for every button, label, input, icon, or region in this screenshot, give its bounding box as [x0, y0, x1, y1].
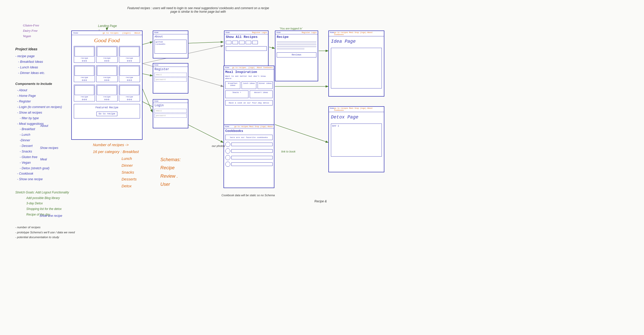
dot	[86, 99, 87, 100]
svg-line-1	[143, 42, 152, 44]
card-label: recipe	[120, 95, 139, 98]
book-circle	[225, 142, 230, 147]
password-field[interactable]: password	[155, 78, 187, 82]
book-bar[interactable]	[231, 143, 273, 146]
dot	[108, 60, 109, 62]
go-to-recipe-button[interactable]: Go to recipe	[96, 112, 118, 116]
filter-box[interactable]	[239, 41, 245, 44]
recipe-grid-row2: recipe recipe recipe	[72, 64, 142, 83]
email-field[interactable]: email	[155, 73, 187, 77]
img-placeholder	[97, 66, 117, 76]
dot	[82, 80, 83, 81]
home-link: Home	[225, 67, 229, 69]
email-field[interactable]: email	[155, 109, 187, 113]
recipe-detail-wireframe: Home Register Login Recipe Reviews	[275, 31, 318, 81]
img-placeholder	[75, 47, 94, 56]
detox-title: Detox Page	[329, 112, 384, 122]
detox-box[interactable]: Have a look at our four-day detox	[225, 100, 273, 105]
book-circle	[225, 155, 230, 160]
img-placeholder	[97, 47, 117, 56]
dot	[106, 99, 107, 100]
cookbook-data-note: Cookbook data will be static so no Schem…	[221, 194, 275, 197]
filter-box[interactable]	[252, 41, 258, 44]
our-photos-label: our photos	[212, 144, 225, 147]
about-navbar: Home	[153, 31, 188, 34]
recipe-content	[275, 40, 318, 51]
home-nav-links: go to recipes (login) About	[103, 32, 141, 34]
idea-navbar: Home go to recipes Meal Insp (logo) Abou…	[329, 31, 384, 36]
home-dot: Home	[73, 32, 78, 34]
book-circle	[225, 162, 230, 167]
filter-box[interactable]	[246, 41, 251, 44]
dot	[127, 99, 128, 100]
home-link: Home	[225, 126, 229, 128]
img-placeholder	[120, 47, 139, 56]
card-label: recipe	[75, 95, 94, 98]
meal-item-dessert[interactable]: dessert ideas	[250, 90, 273, 98]
img-placeholder	[120, 66, 139, 76]
home-navbar: Home go to recipes (login) About	[72, 31, 142, 35]
small-notes: - number of recipes - prototype Schema's…	[15, 225, 81, 240]
number-of-recipes: Number of recipes -> 16 per category : B…	[93, 141, 139, 189]
about-title: About	[153, 34, 188, 39]
home-link: Home	[330, 107, 334, 111]
dot	[84, 80, 85, 81]
content-line	[277, 43, 316, 45]
card-label: recipe	[75, 56, 94, 60]
featured-label: Featured Recipe	[76, 106, 138, 109]
detox-page-wireframe: Home go to recipes Meal Insp (logo) Abou…	[328, 106, 384, 172]
meal-grid: breakfast ideas lunch ideas dinner ideas	[224, 81, 274, 90]
reviews-button[interactable]: Reviews	[277, 52, 316, 57]
card-label: recipe	[97, 95, 117, 98]
register-login-links: Register Login	[252, 32, 267, 34]
book-bar[interactable]	[231, 162, 273, 166]
content-line	[277, 41, 316, 43]
logged-in-label: 'You are logged in'	[279, 27, 302, 30]
img-placeholder	[97, 85, 117, 95]
dots	[120, 60, 139, 62]
recipe-card: recipe	[96, 46, 117, 63]
password-field[interactable]: password	[155, 114, 187, 118]
detox-navbar: Home go to recipes Meal Insp (logo) Abou…	[329, 107, 384, 112]
meal-inspiration-wireframe: Home go to recipes (logo) About Cookbook…	[223, 66, 274, 134]
register-login-links: Register Login	[302, 32, 317, 34]
register-wireframe: Home Register email password	[153, 63, 188, 94]
book-row	[224, 161, 274, 168]
idea-page-wireframe: Home go to recipes Meal Insp (logo) Abou…	[328, 31, 384, 97]
svg-line-8	[275, 125, 328, 142]
svg-line-4	[188, 42, 223, 43]
filter-box[interactable]	[226, 41, 231, 44]
login-navbar: Home	[153, 100, 188, 103]
meal-item-snacks[interactable]: Snacks +	[225, 90, 248, 98]
recipe-title: Recipe	[275, 34, 318, 40]
dot	[104, 99, 106, 100]
annotation-line2: page is similar to the home page but wit…	[127, 10, 269, 13]
dot	[84, 99, 85, 100]
about-wireframe: Home About githubLinkedIn	[153, 31, 188, 58]
about-content: githubLinkedIn	[155, 40, 187, 54]
meal-item-lunch[interactable]: lunch ideas	[242, 81, 257, 89]
meal-label: Meal	[40, 158, 47, 161]
meal-title: Meal Inspiration	[224, 69, 274, 75]
recipe-card: recipe	[96, 85, 117, 101]
idea-content-area	[331, 48, 382, 88]
meal-row2: Snacks + dessert ideas	[224, 90, 274, 99]
filter-box[interactable]	[232, 41, 238, 44]
meal-item-dinner[interactable]: dinner ideas	[258, 81, 273, 89]
dot	[131, 99, 132, 100]
recipe-grid-row1: recipe recipe recipe	[72, 45, 142, 64]
recipe-card: recipe	[119, 85, 140, 101]
cookbooks-navbar: Home go to recipes Meal Insp (logo) Abou…	[224, 125, 274, 128]
dot	[108, 80, 109, 81]
site-title: Good Food	[72, 35, 142, 45]
book-bar[interactable]	[231, 156, 273, 159]
meal-item-breakfast[interactable]: breakfast ideas	[225, 81, 240, 89]
recipe-bottom-note: Recipe &	[314, 200, 327, 203]
card-label: recipe	[120, 76, 139, 79]
card-label: recipe	[75, 76, 94, 79]
dot	[127, 60, 128, 62]
meal-navbar: Home go to recipes (logo) About Cookbook…	[224, 66, 274, 69]
meal-nav-links: go to recipes (logo) About Cookbooks	[232, 67, 273, 69]
book-bar[interactable]	[231, 149, 273, 153]
search-bar[interactable]	[226, 46, 267, 51]
